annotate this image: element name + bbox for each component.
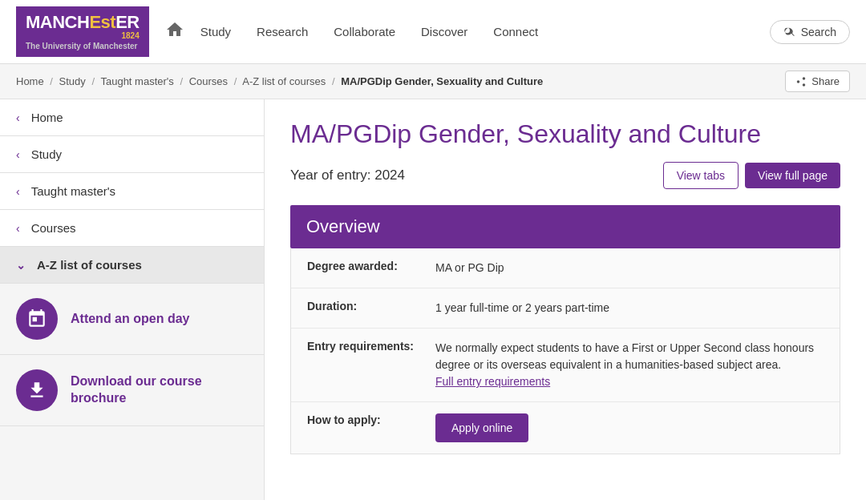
apply-label: How to apply:: [307, 413, 435, 426]
breadcrumb-bar: Home / Study / Taught master's / Courses…: [0, 64, 866, 99]
sidebar-item-label: Home: [31, 111, 63, 124]
logo-subtitle: The University of Manchester: [26, 42, 140, 50]
sidebar-item-az-courses[interactable]: ⌄ A-Z list of courses: [0, 247, 264, 284]
open-day-label: Attend an open day: [71, 311, 189, 328]
full-entry-link[interactable]: Full entry requirements: [435, 375, 550, 388]
chevron-left-icon: ‹: [16, 148, 20, 161]
overview-heading: Overview: [290, 205, 840, 248]
main-content: MA/PGDip Gender, Sexuality and Culture Y…: [265, 99, 866, 500]
breadcrumb-home[interactable]: Home: [16, 75, 44, 87]
svg-point-0: [803, 77, 806, 80]
chevron-left-icon: ‹: [16, 222, 20, 235]
calendar-icon: [26, 308, 47, 329]
degree-value: MA or PG Dip: [435, 260, 824, 276]
breadcrumb-current: MA/PGDip Gender, Sexuality and Culture: [341, 75, 543, 87]
duration-value: 1 year full-time or 2 years part-time: [435, 300, 824, 317]
year-row: Year of entry: 2024 View tabs View full …: [290, 162, 840, 189]
sidebar: ‹ Home ‹ Study ‹ Taught master's ‹ Cours…: [0, 99, 265, 500]
breadcrumb: Home / Study / Taught master's / Courses…: [16, 75, 543, 87]
brochure-label: Download our course brochure: [71, 373, 248, 407]
sidebar-item-label: Study: [31, 147, 62, 161]
nav-collaborate[interactable]: Collaborate: [334, 25, 395, 38]
sidebar-item-taught-masters[interactable]: ‹ Taught master's: [0, 173, 264, 210]
share-icon: [795, 76, 807, 87]
university-logo[interactable]: MANCHEstER 1824 The University of Manche…: [16, 6, 149, 56]
main-layout: ‹ Home ‹ Study ‹ Taught master's ‹ Cours…: [0, 99, 866, 500]
sidebar-promo-open-day[interactable]: Attend an open day: [0, 284, 264, 355]
entry-label: Entry requirements:: [307, 340, 435, 353]
home-icon[interactable]: [165, 20, 184, 44]
search-label: Search: [801, 26, 836, 38]
logo-year: 1824: [26, 31, 140, 40]
share-button[interactable]: Share: [785, 71, 850, 92]
sidebar-item-label: A-Z list of courses: [37, 258, 142, 272]
site-header: MANCHEstER 1824 The University of Manche…: [0, 0, 866, 64]
year-label: Year of entry: 2024: [290, 167, 405, 183]
nav-discover[interactable]: Discover: [421, 25, 467, 38]
nav-study[interactable]: Study: [200, 25, 231, 38]
download-icon: [26, 380, 47, 401]
sidebar-item-label: Taught master's: [31, 184, 115, 198]
duration-label: Duration:: [307, 300, 435, 312]
search-icon: [783, 26, 796, 38]
main-nav: Study Research Collaborate Discover Conn…: [200, 25, 770, 38]
page-title: MA/PGDip Gender, Sexuality and Culture: [290, 119, 840, 149]
nav-research[interactable]: Research: [257, 25, 308, 38]
apply-online-button[interactable]: Apply online: [435, 413, 528, 442]
breadcrumb-courses[interactable]: Courses: [189, 75, 228, 87]
breadcrumb-az[interactable]: A-Z list of courses: [242, 75, 326, 87]
info-row-apply: How to apply: Apply online: [291, 402, 840, 454]
view-buttons: View tabs View full page: [663, 162, 840, 189]
apply-value: Apply online: [435, 413, 824, 442]
share-label: Share: [811, 75, 840, 87]
svg-point-1: [797, 80, 800, 83]
degree-label: Degree awarded:: [307, 260, 435, 272]
info-row-entry: Entry requirements: We normally expect s…: [291, 329, 840, 402]
info-table: Degree awarded: MA or PG Dip Duration: 1…: [290, 248, 840, 454]
brochure-icon: [16, 369, 58, 411]
entry-value: We normally expect students to have a Fi…: [435, 340, 824, 390]
view-full-page-button[interactable]: View full page: [745, 163, 840, 188]
sidebar-promo-brochure[interactable]: Download our course brochure: [0, 355, 264, 426]
logo-title: MANCHEstER: [26, 13, 140, 32]
breadcrumb-study[interactable]: Study: [59, 75, 86, 87]
chevron-down-icon: ⌄: [16, 259, 26, 272]
search-button[interactable]: Search: [770, 20, 850, 44]
nav-connect[interactable]: Connect: [493, 25, 538, 38]
svg-point-2: [803, 83, 806, 87]
sidebar-item-courses[interactable]: ‹ Courses: [0, 210, 264, 247]
view-tabs-button[interactable]: View tabs: [663, 162, 739, 189]
breadcrumb-taught-masters[interactable]: Taught master's: [100, 75, 173, 87]
info-row-degree: Degree awarded: MA or PG Dip: [291, 248, 840, 288]
chevron-left-icon: ‹: [16, 185, 20, 198]
open-day-icon: [16, 298, 58, 340]
sidebar-item-home[interactable]: ‹ Home: [0, 99, 264, 136]
sidebar-item-label: Courses: [31, 221, 76, 235]
info-row-duration: Duration: 1 year full-time or 2 years pa…: [291, 288, 840, 329]
sidebar-item-study[interactable]: ‹ Study: [0, 136, 264, 173]
chevron-left-icon: ‹: [16, 111, 20, 124]
